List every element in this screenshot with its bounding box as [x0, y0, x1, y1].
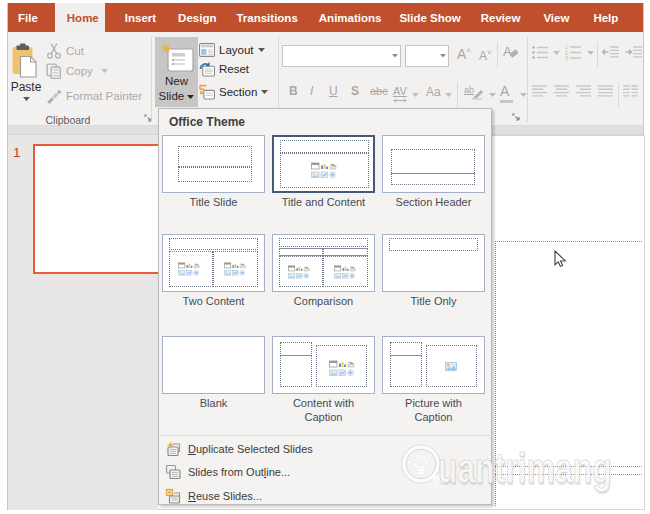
cut-button: Cut — [46, 43, 84, 59]
character-spacing-caret-icon — [412, 93, 419, 97]
placeholder-outline — [178, 167, 252, 182]
layout-label: Title Slide — [166, 195, 261, 209]
highlight-caret-icon — [489, 93, 496, 97]
layout-option-section-header[interactable]: Section Header — [382, 135, 485, 209]
paste-icon — [11, 43, 37, 78]
placeholder-outline — [391, 173, 475, 185]
tab-insert[interactable]: Insert — [105, 3, 166, 32]
layout-thumbnail-section-header — [382, 135, 485, 193]
font-color-bar — [500, 100, 513, 103]
character-spacing-arrow-icon — [392, 98, 408, 103]
content-icons-cluster — [224, 262, 246, 276]
bold-button: B — [289, 84, 298, 98]
tab-home[interactable]: Home — [55, 3, 105, 32]
placeholder-outline — [280, 356, 312, 387]
font-name-combobox[interactable] — [282, 45, 401, 67]
reset-button[interactable]: Reset — [199, 61, 249, 77]
powerpoint-window: FileHomeInsertDesignTransitionsAnimation… — [7, 3, 644, 510]
layout-button[interactable]: Layout — [199, 42, 265, 58]
layout-option-title-slide[interactable]: Title Slide — [162, 135, 265, 209]
tab-slide-show[interactable]: Slide Show — [389, 3, 469, 32]
tab-transitions[interactable]: Transitions — [224, 3, 306, 32]
tab-file[interactable]: File — [8, 3, 49, 32]
font-dialog-launcher[interactable] — [512, 113, 521, 122]
tab-view[interactable]: View — [528, 3, 578, 32]
content-icons-cluster — [288, 265, 310, 279]
layout-icon — [199, 42, 215, 58]
ribbon-tab-bar: FileHomeInsertDesignTransitionsAnimation… — [8, 3, 643, 32]
tab-animations[interactable]: Animations — [307, 3, 390, 32]
content-icons-cluster — [334, 265, 356, 279]
layout-thumbnail-title-only — [382, 234, 485, 292]
shrink-font-button: A˅ — [479, 48, 492, 63]
layout-thumbnail-title-content — [272, 135, 375, 193]
layout-label: Title Only — [386, 294, 481, 308]
format-painter-icon — [46, 88, 62, 104]
placeholder-outline — [280, 342, 312, 356]
new-slide-button[interactable]: New Slide — [155, 37, 198, 107]
svg-text:A: A — [503, 44, 512, 59]
layout-option-content-caption[interactable]: Content with Caption — [272, 336, 375, 424]
strikethrough-button: abc — [370, 85, 388, 97]
layout-label: Layout — [219, 44, 254, 56]
layout-option-blank[interactable]: Blank — [162, 336, 265, 410]
reuse-slides-icon — [165, 488, 181, 504]
layout-label: Blank — [166, 396, 261, 410]
menu-item-label: Duplicate Selected Slides — [188, 443, 313, 455]
layout-label: Two Content — [166, 294, 261, 308]
cut-label: Cut — [66, 45, 84, 57]
character-spacing-button: AV — [393, 85, 407, 97]
ribbon-group-divider — [527, 36, 528, 122]
font-size-combobox[interactable] — [405, 45, 449, 67]
layout-option-picture-caption[interactable]: Picture with Caption — [382, 336, 485, 424]
align-center-button — [554, 85, 570, 98]
section-button[interactable]: Section — [199, 84, 268, 100]
ribbon-group-divider — [497, 42, 498, 68]
paste-label: Paste — [8, 80, 44, 94]
paste-button[interactable]: Paste — [8, 37, 44, 106]
layout-thumbnail-content-caption — [272, 336, 375, 394]
menu-item-duplicate-selected-slides[interactable]: Duplicate Selected Slides — [159, 437, 491, 461]
copy-label: Copy — [66, 65, 93, 77]
duplicate-slides-icon — [165, 441, 181, 457]
menu-item-slides-from-outline[interactable]: Slides from Outline... — [159, 461, 491, 485]
placeholder-outline — [279, 248, 323, 256]
numbering-caret-icon — [587, 51, 594, 55]
section-caret-icon — [261, 90, 268, 94]
font-color-button: A — [500, 83, 509, 99]
layout-option-title-content[interactable]: Title and Content — [272, 135, 375, 209]
justify-button — [598, 85, 614, 98]
placeholder2-dotted-top — [495, 474, 642, 475]
tab-review[interactable]: Review — [470, 3, 529, 32]
cut-icon — [46, 43, 62, 59]
highlight-pen-icon — [471, 86, 485, 100]
placeholder-outline — [323, 248, 368, 256]
placeholder-outline — [390, 356, 422, 387]
placeholder-dotted-top — [495, 241, 642, 242]
layout-option-two-content[interactable]: Two Content — [162, 234, 265, 308]
office-theme-header: Office Theme — [169, 115, 245, 129]
format-painter-button: Format Painter — [46, 88, 142, 104]
layout-label: Picture with Caption — [386, 396, 481, 424]
bullets-caret-icon — [553, 51, 560, 55]
content-icons-cluster — [311, 162, 337, 179]
section-icon — [199, 84, 215, 100]
dropdown-separator — [160, 435, 492, 436]
layout-option-comparison[interactable]: Comparison — [272, 234, 375, 308]
paste-caret-icon — [23, 97, 30, 101]
layout-option-title-only[interactable]: Title Only — [382, 234, 485, 308]
tab-design[interactable]: Design — [166, 3, 224, 32]
layout-thumbnail-comparison — [272, 234, 375, 292]
copy-icon — [46, 63, 62, 79]
layout-label: Content with Caption — [276, 396, 371, 424]
tab-help[interactable]: Help — [578, 3, 630, 32]
placeholder-outline — [279, 238, 368, 247]
font-name-caret-icon — [392, 54, 398, 58]
placeholder-outline — [280, 140, 369, 153]
copy-button: Copy — [46, 63, 108, 79]
slide-1-thumbnail[interactable] — [33, 144, 168, 274]
menu-item-reuse-slides[interactable]: Reuse Slides... — [159, 484, 491, 508]
bullets-button — [532, 46, 549, 59]
slide-number: 1 — [13, 145, 21, 160]
section-label: Section — [219, 86, 257, 98]
